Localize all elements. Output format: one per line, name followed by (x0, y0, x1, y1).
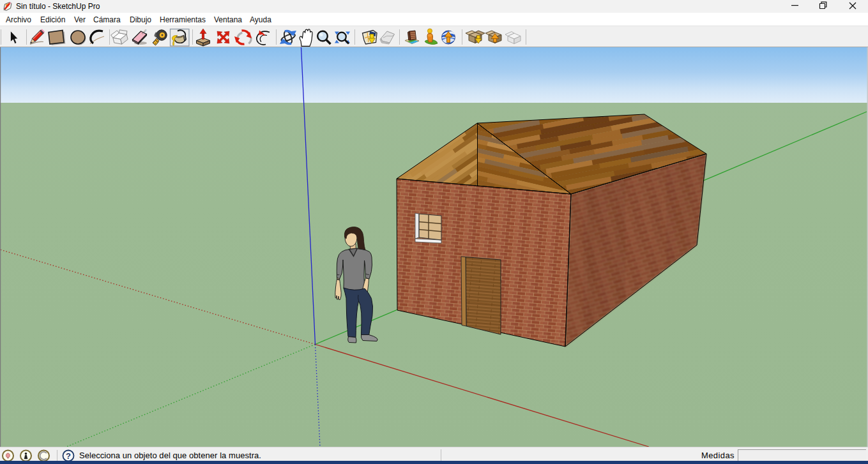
svg-text:?: ? (66, 451, 71, 461)
